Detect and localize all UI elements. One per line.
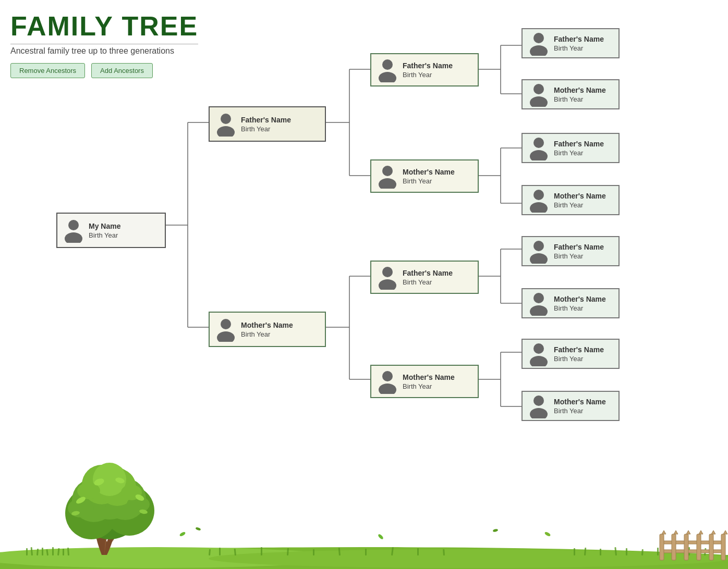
father-year: Birth Year bbox=[241, 125, 291, 133]
mm-avatar-icon bbox=[377, 369, 398, 394]
svg-point-34 bbox=[382, 59, 393, 70]
svg-point-53 bbox=[530, 305, 548, 316]
mmm-name: Mother's Name bbox=[554, 398, 606, 406]
fmf-card[interactable]: Father's Name Birth Year bbox=[521, 133, 620, 163]
mmm-year: Birth Year bbox=[554, 407, 606, 415]
ffm-name: Mother's Name bbox=[554, 86, 606, 94]
mff-card[interactable]: Father's Name Birth Year bbox=[521, 236, 620, 266]
mf-year: Birth Year bbox=[403, 278, 453, 286]
mff-year: Birth Year bbox=[554, 252, 604, 260]
svg-point-54 bbox=[533, 343, 544, 354]
mff-name: Father's Name bbox=[554, 243, 604, 251]
svg-marker-128 bbox=[699, 530, 703, 534]
fmf-name: Father's Name bbox=[554, 140, 604, 148]
svg-rect-78 bbox=[365, 549, 367, 555]
svg-point-93 bbox=[195, 527, 201, 531]
mmm-avatar-icon bbox=[528, 393, 550, 418]
svg-point-33 bbox=[217, 331, 235, 342]
mmm-card[interactable]: Mother's Name Birth Year bbox=[521, 391, 620, 421]
fff-card[interactable]: Father's Name Birth Year bbox=[521, 28, 620, 58]
svg-point-61 bbox=[209, 549, 728, 568]
svg-rect-86 bbox=[626, 548, 627, 555]
svg-point-30 bbox=[221, 114, 231, 124]
ff-avatar-icon bbox=[377, 57, 398, 82]
svg-marker-125 bbox=[662, 530, 666, 534]
add-ancestors-button[interactable]: Add Ancestors bbox=[91, 63, 153, 78]
svg-rect-62 bbox=[26, 548, 28, 555]
svg-rect-120 bbox=[672, 534, 676, 560]
ground-scene-svg bbox=[0, 453, 728, 569]
svg-rect-82 bbox=[574, 548, 575, 555]
mf-card[interactable]: Father's Name Birth Year bbox=[370, 261, 479, 294]
ffm-year: Birth Year bbox=[554, 95, 606, 103]
svg-point-36 bbox=[382, 166, 393, 176]
svg-point-95 bbox=[493, 528, 499, 532]
ffm-card[interactable]: Mother's Name Birth Year bbox=[521, 79, 620, 109]
svg-rect-67 bbox=[52, 547, 54, 555]
svg-point-56 bbox=[533, 395, 544, 406]
mfm-avatar-icon bbox=[528, 291, 550, 316]
svg-marker-129 bbox=[711, 530, 715, 534]
fm-card[interactable]: Mother's Name Birth Year bbox=[370, 159, 479, 193]
svg-rect-80 bbox=[417, 548, 419, 555]
me-name: My Name bbox=[89, 222, 120, 230]
mf-name: Father's Name bbox=[403, 269, 453, 277]
ffm-avatar-icon bbox=[528, 82, 550, 107]
page-title: FAMILY TREE bbox=[10, 10, 198, 42]
ff-card[interactable]: Father's Name Birth Year bbox=[370, 53, 479, 86]
ff-year: Birth Year bbox=[403, 71, 453, 79]
mfm-year: Birth Year bbox=[554, 304, 606, 312]
mmf-avatar-icon bbox=[528, 341, 550, 366]
mother-card[interactable]: Mother's Name Birth Year bbox=[209, 312, 326, 347]
fmm-name: Mother's Name bbox=[554, 192, 606, 200]
page-subtitle: Ancestral family tree up to three genera… bbox=[10, 44, 198, 56]
svg-point-96 bbox=[544, 531, 551, 537]
fff-year: Birth Year bbox=[554, 44, 604, 52]
page-header: FAMILY TREE Ancestral family tree up to … bbox=[10, 10, 198, 78]
father-avatar-icon bbox=[215, 112, 237, 137]
svg-point-47 bbox=[530, 150, 548, 160]
fff-avatar-icon bbox=[528, 31, 550, 56]
svg-rect-121 bbox=[684, 534, 688, 560]
decorative-bottom bbox=[0, 453, 728, 569]
svg-point-48 bbox=[533, 190, 544, 200]
svg-rect-76 bbox=[313, 549, 314, 555]
svg-point-44 bbox=[533, 84, 544, 94]
svg-rect-88 bbox=[657, 548, 659, 555]
svg-rect-123 bbox=[709, 534, 713, 560]
father-card[interactable]: Father's Name Birth Year bbox=[209, 106, 326, 142]
fmf-year: Birth Year bbox=[554, 149, 604, 157]
svg-point-50 bbox=[533, 241, 544, 251]
svg-marker-130 bbox=[723, 530, 727, 534]
svg-point-92 bbox=[179, 531, 186, 537]
svg-point-43 bbox=[530, 45, 548, 56]
me-year: Birth Year bbox=[89, 231, 120, 239]
mother-avatar-icon bbox=[215, 317, 237, 342]
svg-rect-84 bbox=[600, 549, 601, 555]
svg-rect-119 bbox=[660, 534, 664, 560]
svg-rect-122 bbox=[697, 534, 701, 560]
svg-point-37 bbox=[379, 178, 396, 189]
svg-point-57 bbox=[530, 408, 548, 418]
mm-year: Birth Year bbox=[403, 382, 455, 390]
mm-name: Mother's Name bbox=[403, 373, 455, 381]
svg-point-32 bbox=[221, 319, 231, 329]
svg-point-46 bbox=[533, 138, 544, 148]
fm-name: Mother's Name bbox=[403, 168, 455, 176]
svg-rect-72 bbox=[219, 548, 221, 555]
remove-ancestors-button[interactable]: Remove Ancestors bbox=[10, 63, 85, 78]
fmf-avatar-icon bbox=[528, 135, 550, 160]
mother-name: Mother's Name bbox=[241, 321, 293, 329]
fmm-card[interactable]: Mother's Name Birth Year bbox=[521, 185, 620, 215]
svg-marker-127 bbox=[686, 530, 690, 534]
svg-point-29 bbox=[65, 232, 82, 243]
svg-point-40 bbox=[382, 371, 393, 381]
mm-card[interactable]: Mother's Name Birth Year bbox=[370, 365, 479, 398]
svg-point-35 bbox=[379, 72, 396, 82]
mfm-card[interactable]: Mother's Name Birth Year bbox=[521, 288, 620, 318]
me-card[interactable]: My Name Birth Year bbox=[56, 213, 166, 248]
mmf-card[interactable]: Father's Name Birth Year bbox=[521, 339, 620, 369]
svg-point-42 bbox=[533, 33, 544, 43]
svg-point-55 bbox=[530, 356, 548, 366]
svg-point-94 bbox=[378, 534, 384, 540]
